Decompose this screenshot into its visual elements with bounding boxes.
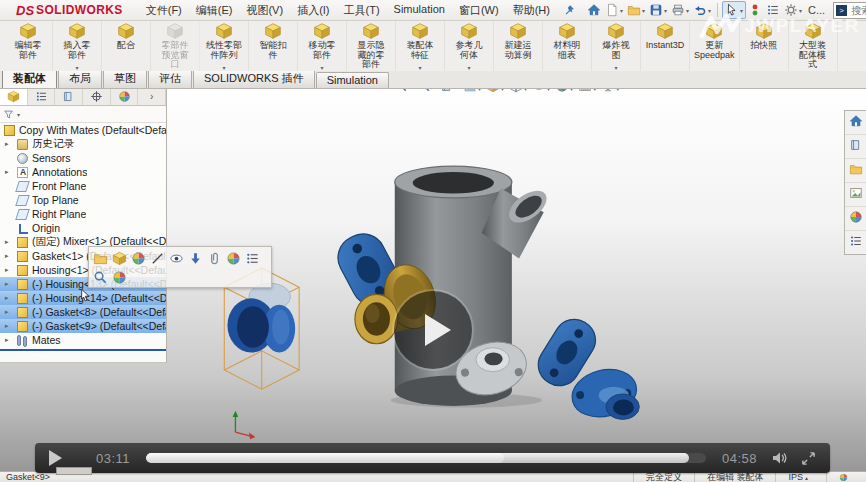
video-play-overlay[interactable] [394, 291, 472, 369]
expand-arrow-icon[interactable]: ▸ [5, 294, 9, 302]
play-button[interactable] [49, 450, 62, 466]
tree-item[interactable]: ▸ Origin [0, 221, 166, 235]
material-icon[interactable] [225, 250, 241, 266]
expand-arrow-icon[interactable]: ▸ [5, 252, 9, 260]
measure-icon[interactable] [149, 250, 165, 266]
suppress-icon[interactable] [187, 250, 203, 266]
seek-bar[interactable] [146, 453, 706, 463]
menu-item[interactable]: 窗口(W) [452, 1, 506, 20]
pin-menubar-icon[interactable] [563, 4, 575, 16]
ribbon-button-icon [509, 22, 527, 40]
menu-item[interactable]: 文件(F) [139, 1, 189, 20]
command-tab[interactable]: 装配体 [2, 69, 57, 88]
command-tab[interactable]: 布局 [58, 69, 102, 88]
rebuild-icon[interactable] [746, 2, 764, 18]
save-button[interactable]: ▾ [647, 2, 669, 18]
ribbon-button[interactable]: 智能扣 件 ▾ [249, 20, 298, 71]
tab-displaymanager[interactable] [111, 88, 139, 105]
toolbar-overflow-label[interactable]: C... [808, 4, 825, 16]
tree-root[interactable]: Copy With Mates (Default<Default_Di [0, 123, 166, 137]
expand-arrow-icon[interactable]: ▸ [5, 322, 9, 330]
menu-item[interactable]: 帮助(H) [506, 1, 557, 20]
menu-item[interactable]: 工具(T) [337, 1, 387, 20]
tree-item[interactable]: ▸ Mates [0, 333, 166, 347]
ribbon-button[interactable]: 材料明 细表 ▾ [543, 20, 592, 71]
ribbon-button[interactable]: 配合 ▾ [102, 20, 151, 71]
menu-item[interactable]: Simulation [387, 1, 452, 20]
command-search[interactable]: > ▾ [833, 2, 866, 19]
tree-scrollbar[interactable] [56, 467, 92, 475]
tab-configurationmanager[interactable] [55, 88, 83, 105]
expand-arrow-icon[interactable]: ▸ [5, 238, 9, 246]
expand-arrow-icon[interactable]: ▸ [5, 140, 9, 148]
tree-item[interactable]: ▸ (-) Housing<14> (Default<<Defau [0, 291, 166, 305]
tab-propertymanager[interactable] [28, 88, 56, 105]
edit-part-icon[interactable] [111, 250, 127, 266]
chevron-down-icon: ▾ [17, 111, 20, 118]
open-button[interactable]: ▾ [625, 2, 647, 18]
tree-item-label: Top Plane [32, 194, 79, 206]
home-button[interactable] [585, 2, 603, 18]
print-button[interactable]: ▾ [669, 2, 691, 18]
feature-tree: ▸ 历史记录 ▸ Sensors ▸ Annotations ▸ [0, 137, 166, 347]
command-tab[interactable]: 草图 [103, 69, 147, 88]
options-gear-icon[interactable]: ▾ [782, 2, 804, 18]
ribbon-button[interactable]: 移动零 部件 ▾ [298, 20, 347, 71]
ribbon-button[interactable]: 插入零 部件 ▾ [53, 20, 102, 71]
manager-pane-expand[interactable]: › [138, 88, 166, 105]
tree-item[interactable]: ▸ Annotations [0, 165, 166, 179]
zoom-to-selection-icon[interactable] [92, 269, 108, 285]
tab-dimxpertmanager[interactable] [83, 88, 111, 105]
select-tool-button[interactable]: ▾ [722, 1, 746, 19]
ribbon-button-label: 配合 [117, 41, 135, 51]
status-units[interactable]: IPS▴ [775, 472, 826, 482]
command-tab[interactable]: SOLIDWORKS 插件 [193, 69, 315, 88]
menu-item[interactable]: 编辑(E) [189, 1, 240, 20]
expand-arrow-icon[interactable]: ▸ [5, 266, 9, 274]
open-part-icon[interactable] [92, 250, 108, 266]
expand-arrow-icon[interactable]: ▸ [5, 308, 9, 316]
tree-item[interactable]: ▸ Front Plane [0, 179, 166, 193]
tree-item[interactable]: ▸ 历史记录 [0, 137, 166, 151]
status-tray-icon[interactable] [826, 472, 860, 482]
ribbon-button[interactable]: 大型装 配体模 式 ▾ [789, 20, 838, 71]
command-tab[interactable]: 评估 [148, 69, 192, 88]
ribbon-button[interactable]: 新建运 动算例 ▾ [494, 20, 543, 71]
ribbon-button[interactable]: 爆炸视 图 ▾ [592, 20, 641, 71]
ribbon-button[interactable]: 更新 Speedpak ▾ [690, 20, 740, 71]
ribbon-button[interactable]: 参考几 何体 ▾ [445, 20, 494, 71]
ribbon-button[interactable]: 零部件 预览窗 口 ▾ [151, 20, 200, 71]
expand-arrow-icon[interactable]: ▸ [5, 168, 9, 176]
menu-item[interactable]: 插入(I) [290, 1, 336, 20]
ribbon-button[interactable]: 线性零部 件阵列 ▾ [200, 20, 249, 71]
file-properties-icon[interactable] [764, 2, 782, 18]
tree-item[interactable]: ▸ (-) Gasket<9> (Default<<Default> [0, 319, 166, 333]
hide-component-icon[interactable] [168, 250, 184, 266]
expand-arrow-icon[interactable]: ▸ [5, 280, 9, 288]
tree-item[interactable]: ▸ Top Plane [0, 193, 166, 207]
undo-button[interactable]: ▾ [691, 2, 713, 18]
tree-item[interactable]: ▸ Sensors [0, 151, 166, 165]
fullscreen-icon[interactable] [801, 451, 816, 466]
new-document-button[interactable]: ▾ [603, 2, 625, 18]
ribbon-button[interactable]: Instant3D ▾ [641, 20, 690, 71]
ribbon-button[interactable]: 装配体 特征 ▾ [396, 20, 445, 71]
tab-featuremanager[interactable] [0, 88, 28, 105]
volume-icon[interactable] [771, 450, 789, 466]
ribbon-button[interactable]: 显示隐 藏的零 部件 ▾ [347, 20, 396, 71]
tree-item[interactable]: ▸ (-) Gasket<8> (Default<<Default> [0, 305, 166, 319]
chevron-down-icon: ▾ [614, 64, 617, 71]
ribbon-button[interactable]: 拍快照 ▾ [740, 20, 789, 71]
tree-item[interactable]: ▸ Right Plane [0, 207, 166, 221]
appearance-preview-icon[interactable] [130, 250, 146, 266]
appearance-icon[interactable] [111, 269, 127, 285]
tree-item-label: Annotations [32, 166, 87, 178]
ribbon-button[interactable]: 编辑零 部件 ▾ [4, 20, 53, 71]
expand-arrow-icon[interactable]: ▸ [5, 336, 9, 344]
fix-icon[interactable] [206, 250, 222, 266]
tree-filter[interactable]: ▾ [0, 106, 166, 123]
search-input[interactable] [849, 4, 866, 17]
component-properties-icon[interactable] [244, 250, 260, 266]
menu-item[interactable]: 视图(V) [239, 1, 290, 20]
command-tab[interactable]: Simulation [316, 72, 389, 88]
